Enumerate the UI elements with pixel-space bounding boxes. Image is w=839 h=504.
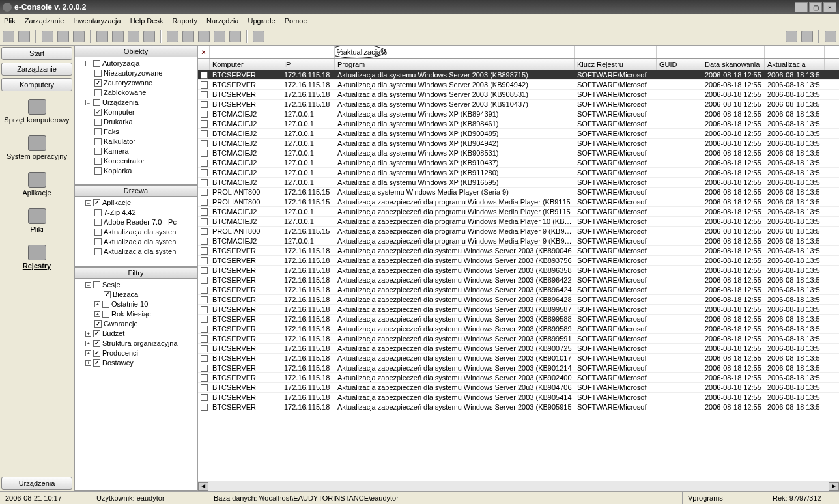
toolbar-icon[interactable] <box>214 31 225 42</box>
tree-label[interactable]: Rok-Miesiąc <box>111 309 151 319</box>
row-checkbox[interactable] <box>201 238 208 245</box>
checkbox-icon[interactable] <box>104 291 111 298</box>
checkbox-icon[interactable] <box>102 311 109 318</box>
checkbox-icon[interactable] <box>94 109 102 116</box>
filter-aktualizacja[interactable] <box>767 48 822 56</box>
table-row[interactable]: BTCSERVER172.16.115.18Aktualizacja zabez… <box>198 315 839 324</box>
table-row[interactable]: BTCSERVER172.16.115.18Aktualizacja zabez… <box>198 295 839 305</box>
tree-label[interactable]: Niezautoryzowane <box>104 68 163 78</box>
table-row[interactable]: BTCMACIEJ2127.0.0.1Aktualizacja zabezpie… <box>198 207 839 217</box>
checkbox-icon[interactable] <box>93 281 100 288</box>
expand-icon[interactable]: + <box>85 350 91 356</box>
menu-raporty[interactable]: Raporty <box>172 17 197 25</box>
checkbox-icon[interactable] <box>94 320 102 328</box>
row-checkbox[interactable] <box>201 228 208 235</box>
toolbar-icon[interactable] <box>229 31 241 42</box>
checkbox-icon[interactable] <box>93 359 100 367</box>
table-row[interactable]: BTCSERVER172.16.115.18Aktualizacja zabez… <box>198 344 839 354</box>
menu-pomoc[interactable]: Pomoc <box>285 17 307 25</box>
toolbar-icon[interactable] <box>42 31 53 42</box>
checkbox-icon[interactable] <box>94 138 102 145</box>
header-guid[interactable]: GUID <box>657 59 702 70</box>
checkbox-icon[interactable] <box>94 229 102 236</box>
checkbox-icon[interactable] <box>94 209 102 216</box>
toolbar-icon[interactable] <box>128 31 139 42</box>
row-checkbox[interactable] <box>201 374 208 382</box>
panel-obiekty-body[interactable]: –AutoryzacjaNiezautoryzowaneZautoryzowan… <box>74 57 197 185</box>
checkbox-icon[interactable] <box>102 301 109 308</box>
checkbox-icon[interactable] <box>94 248 102 255</box>
nav-komputery[interactable]: Komputery <box>1 78 72 91</box>
checkbox-icon[interactable] <box>94 70 102 77</box>
tree-label[interactable]: Ostatnie 10 <box>111 300 148 309</box>
tree-label[interactable]: Urządzenia <box>102 98 139 107</box>
tree-label[interactable]: Aktualizacja dla systen <box>104 237 176 247</box>
header-ip[interactable]: IP <box>281 59 335 70</box>
expand-icon[interactable]: + <box>94 311 100 317</box>
checkbox-icon[interactable] <box>93 340 100 347</box>
tree-label[interactable]: Sesje <box>102 280 121 290</box>
tree-label[interactable]: Budżet <box>102 329 124 339</box>
toolbar-icon[interactable] <box>143 31 155 42</box>
row-checkbox[interactable] <box>201 72 208 79</box>
filter-data[interactable] <box>704 48 762 56</box>
expand-icon[interactable]: + <box>85 341 91 346</box>
toolbar-icon[interactable] <box>112 31 124 42</box>
tree-label[interactable]: Aktualizacja dla systen <box>104 227 176 237</box>
table-row[interactable]: BTCSERVER172.16.115.18Aktualizacja zabez… <box>198 402 839 412</box>
checkbox-icon[interactable] <box>94 158 102 165</box>
table-row[interactable]: BTCMACIEJ2127.0.0.1Aktualizacja zabezpie… <box>198 236 839 246</box>
menu-helpdesk[interactable]: Help Desk <box>130 17 164 25</box>
tree-label[interactable]: Zautoryzowane <box>104 78 152 88</box>
row-checkbox[interactable] <box>201 365 208 372</box>
toolbar-icon[interactable] <box>198 31 210 42</box>
header-program[interactable]: Program <box>335 59 575 70</box>
row-checkbox[interactable] <box>201 218 208 225</box>
checkbox-icon[interactable] <box>94 167 102 175</box>
table-row[interactable]: BTCMACIEJ2127.0.0.1Aktualizacja dla syst… <box>198 119 839 129</box>
table-row[interactable]: BTCSERVER172.16.115.18Aktualizacja zabez… <box>198 266 839 275</box>
table-row[interactable]: BTCMACIEJ2127.0.0.1Aktualizacja dla syst… <box>198 129 839 139</box>
tree-label[interactable]: Gwarancje <box>104 319 138 329</box>
checkbox-icon[interactable] <box>94 219 102 226</box>
panel-filtry-body[interactable]: –SesjeBieżąca+Ostatnie 10+Rok-MiesiącGwa… <box>74 279 197 491</box>
row-checkbox[interactable] <box>201 326 208 333</box>
tree-label[interactable]: Aplikacje <box>102 198 131 208</box>
table-row[interactable]: BTCSERVER172.16.115.18Aktualizacja zabez… <box>198 363 839 373</box>
filter-komputer[interactable] <box>212 48 279 56</box>
panel-drzewa-body[interactable]: –Aplikacje7-Zip 4.42Adobe Reader 7.0 - P… <box>74 197 197 267</box>
grid-body[interactable]: BTCSERVER172.16.115.18Aktualizacja dla s… <box>198 70 839 481</box>
checkbox-icon[interactable] <box>93 199 100 206</box>
tree-label[interactable]: Aktualizacja dla systen <box>104 247 176 257</box>
maximize-button[interactable]: ▢ <box>809 2 822 12</box>
expand-icon[interactable]: + <box>94 301 100 307</box>
row-checkbox[interactable] <box>201 296 208 303</box>
horizontal-scrollbar[interactable]: ◀ ▶ <box>198 481 839 491</box>
toolbar-icon[interactable] <box>167 31 178 42</box>
menu-upgrade[interactable]: Upgrade <box>248 17 275 25</box>
table-row[interactable]: BTCMACIEJ2127.0.0.1Aktualizacja dla syst… <box>198 168 839 178</box>
table-row[interactable]: PROLIANT800172.16.115.15Aktualizacja sys… <box>198 188 839 197</box>
clear-filter-button[interactable]: × <box>198 46 210 58</box>
checkbox-icon[interactable] <box>93 350 100 357</box>
checkbox-icon[interactable] <box>94 79 102 87</box>
row-checkbox[interactable] <box>201 335 208 343</box>
expand-icon[interactable]: – <box>85 282 91 288</box>
nav-big-system[interactable]: System operacyjny <box>1 130 72 165</box>
table-row[interactable]: BTCMACIEJ2127.0.0.1Aktualizacja dla syst… <box>198 178 839 188</box>
row-checkbox[interactable] <box>201 160 208 167</box>
table-row[interactable]: BTCMACIEJ2127.0.0.1Aktualizacja dla syst… <box>198 109 839 119</box>
tree-label[interactable]: Kalkulator <box>104 137 135 147</box>
tree-label[interactable]: Zablokowane <box>104 88 146 98</box>
row-checkbox[interactable] <box>201 101 208 108</box>
export-icon[interactable] <box>786 31 797 42</box>
nav-urzadzenia[interactable]: Urządzenia <box>1 477 72 490</box>
toolbar-icon[interactable] <box>253 31 264 42</box>
minimize-button[interactable]: – <box>795 2 808 12</box>
toolbar-icon[interactable] <box>57 31 69 42</box>
row-checkbox[interactable] <box>201 189 208 196</box>
header-data-skanowania[interactable]: Data skanowania <box>702 59 765 70</box>
table-row[interactable]: PROLIANT800172.16.115.15Aktualizacja zab… <box>198 227 839 236</box>
tree-label[interactable]: Komputer <box>104 107 135 117</box>
table-row[interactable]: BTCSERVER172.16.115.18Aktualizacja zabez… <box>198 275 839 285</box>
